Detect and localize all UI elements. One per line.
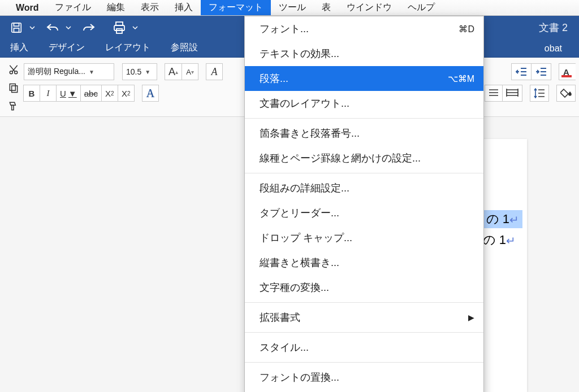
print-dropdown-icon[interactable]: [132, 25, 140, 31]
svg-rect-8: [10, 84, 15, 91]
menu-paragraph[interactable]: 段落...⌥⌘M: [245, 66, 483, 91]
menu-help[interactable]: ヘルプ: [400, 0, 443, 15]
menu-table[interactable]: 表: [314, 0, 339, 15]
menu-edit[interactable]: 編集: [99, 0, 133, 15]
menu-separator: [245, 173, 483, 173]
svg-rect-9: [12, 86, 18, 93]
paragraph-mark-icon: ↵: [506, 234, 516, 247]
svg-rect-10: [12, 105, 14, 110]
text-effects-button[interactable]: A: [142, 85, 159, 102]
increase-indent-button[interactable]: [531, 63, 551, 80]
menu-tools[interactable]: ツール: [271, 0, 314, 15]
svg-rect-0: [12, 23, 21, 33]
menu-separator: [245, 118, 483, 119]
save-dropdown-icon[interactable]: [29, 25, 37, 31]
menu-separator: [245, 302, 483, 303]
document-title: 文書 2: [539, 21, 579, 34]
font-size-select[interactable]: 10.5▼: [122, 63, 157, 80]
copy-icon[interactable]: [8, 82, 19, 94]
clear-format-button[interactable]: A: [206, 63, 223, 80]
svg-rect-4: [114, 25, 124, 31]
paragraph-mark-icon: ↵: [509, 214, 519, 226]
format-menu-dropdown: フォント...⌘D テキストの効果... 段落...⌥⌘M 文書のレイアウト..…: [244, 16, 484, 392]
distributed-align-button[interactable]: [502, 85, 522, 102]
menu-view[interactable]: 表示: [133, 0, 167, 15]
menu-asian-layout[interactable]: 拡張書式▶: [245, 305, 483, 330]
undo-dropdown-icon[interactable]: [66, 25, 74, 31]
svg-point-6: [10, 71, 12, 74]
menu-text-direction[interactable]: 縦書きと横書き...: [245, 250, 483, 275]
font-name-select[interactable]: 游明朝 Regula...▼: [24, 63, 114, 80]
undo-icon[interactable]: [43, 19, 62, 36]
shortcut-label: ⌥⌘M: [448, 73, 474, 84]
clipboard-gutter: [3, 61, 24, 112]
tab-design[interactable]: デザイン: [38, 38, 95, 57]
menu-change-case[interactable]: 文字種の変換...: [245, 275, 483, 300]
shortcut-label: ⌘D: [459, 24, 474, 34]
format-painter-icon[interactable]: [8, 101, 19, 112]
menu-drop-cap[interactable]: ドロップ キャップ...: [245, 225, 483, 250]
menu-borders-shading[interactable]: 線種とページ罫線と網かけの設定...: [245, 146, 483, 171]
save-icon[interactable]: [7, 19, 26, 36]
font-size-value: 10.5: [126, 67, 141, 76]
menu-tabs[interactable]: タブとリーダー...: [245, 201, 483, 225]
svg-rect-5: [116, 29, 122, 33]
menu-file[interactable]: ファイル: [47, 0, 99, 15]
print-icon[interactable]: [110, 19, 129, 36]
mac-menubar: Word ファイル 編集 表示 挿入 フォーマット ツール 表 ウインドウ ヘル…: [0, 0, 579, 16]
tab-insert[interactable]: 挿入: [0, 38, 38, 57]
shading-button[interactable]: [556, 85, 576, 102]
decrease-indent-button[interactable]: [511, 63, 532, 80]
align-justify-button[interactable]: [485, 85, 503, 102]
svg-rect-3: [116, 22, 123, 25]
svg-point-7: [15, 71, 18, 74]
menu-insert[interactable]: 挿入: [167, 0, 201, 15]
font-name-value: 游明朝 Regula...: [28, 67, 85, 77]
strikethrough-button[interactable]: abc: [80, 85, 102, 102]
menu-separator: [245, 362, 483, 363]
cut-icon[interactable]: [8, 64, 19, 76]
font-color-button[interactable]: A: [559, 63, 576, 80]
menu-format[interactable]: フォーマット: [201, 0, 271, 15]
menu-text-effects[interactable]: テキストの効果...: [245, 41, 483, 66]
bold-button[interactable]: B: [23, 85, 40, 102]
tab-acrobat[interactable]: obat: [534, 40, 579, 57]
tab-references[interactable]: 参照設: [161, 38, 208, 57]
superscript-button[interactable]: X2: [118, 85, 135, 102]
underline-button[interactable]: U▼: [56, 85, 81, 102]
menu-font[interactable]: フォント...⌘D: [245, 16, 483, 41]
svg-rect-2: [14, 28, 19, 32]
shrink-font-button[interactable]: A▾: [182, 63, 198, 80]
menu-style[interactable]: スタイル...: [245, 335, 483, 360]
submenu-arrow-icon: ▶: [468, 313, 474, 322]
menu-separator: [245, 332, 483, 333]
chevron-down-icon: ▼: [89, 69, 94, 75]
subscript-button[interactable]: X2: [101, 85, 118, 102]
selected-text-line1[interactable]: の 1↵: [483, 210, 522, 228]
italic-button[interactable]: I: [40, 85, 57, 102]
chevron-down-icon: ▼: [145, 69, 150, 75]
document-text-lines: の 1↵ の 1↵: [483, 210, 522, 249]
menu-bullets-numbering[interactable]: 箇条書きと段落番号...: [245, 121, 483, 146]
svg-rect-1: [14, 23, 19, 27]
chevron-down-icon: ▼: [68, 89, 77, 98]
text-line2: の 1: [483, 233, 506, 247]
menu-columns[interactable]: 段組みの詳細設定...: [245, 176, 483, 201]
line-spacing-button[interactable]: [530, 85, 549, 102]
redo-icon[interactable]: [79, 19, 98, 36]
menu-window[interactable]: ウインドウ: [339, 0, 400, 15]
grow-font-button[interactable]: A▴: [165, 63, 182, 80]
app-name: Word: [0, 3, 47, 13]
menu-replace-fonts[interactable]: フォントの置換...: [245, 365, 483, 390]
menu-document-layout[interactable]: 文書のレイアウト...: [245, 91, 483, 116]
tab-layout[interactable]: レイアウト: [95, 38, 161, 57]
